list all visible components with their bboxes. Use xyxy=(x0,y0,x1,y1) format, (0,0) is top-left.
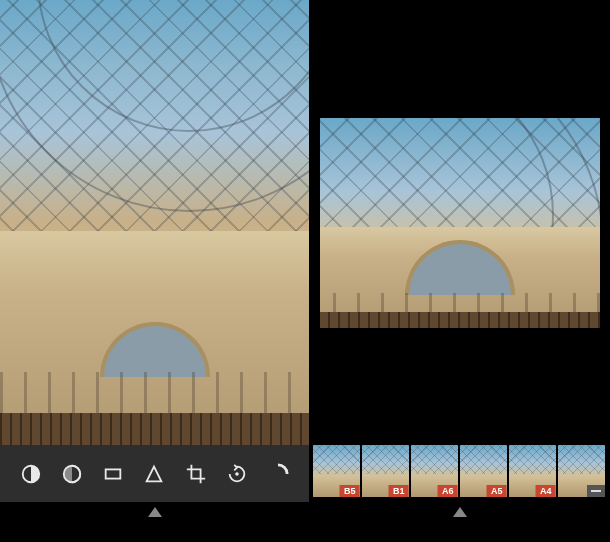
filter-a5[interactable]: A5 xyxy=(460,445,507,497)
crop-rect-icon[interactable] xyxy=(99,460,127,488)
svg-point-3 xyxy=(235,472,239,476)
edit-toolbar xyxy=(0,445,309,502)
triangle-up-icon xyxy=(148,507,162,517)
filter-strip[interactable]: B5 B1 A6 A5 A4 xyxy=(309,445,610,502)
curves-icon[interactable] xyxy=(264,460,292,488)
filter-label: A6 xyxy=(438,485,458,497)
main-image-preview[interactable] xyxy=(0,0,309,445)
filter-page-indicator xyxy=(309,502,610,542)
filter-a6[interactable]: A6 xyxy=(411,445,458,497)
rotate-icon[interactable] xyxy=(223,460,251,488)
main-editor-panel xyxy=(0,0,309,542)
filter-label: A5 xyxy=(487,485,507,497)
filter-a4[interactable]: A4 xyxy=(509,445,556,497)
filter-b1[interactable]: B1 xyxy=(362,445,409,497)
contrast-icon[interactable] xyxy=(58,460,86,488)
preview-image[interactable] xyxy=(320,118,600,328)
filter-label: A4 xyxy=(536,485,556,497)
filter-b5[interactable]: B5 xyxy=(313,445,360,497)
svg-rect-2 xyxy=(106,469,121,478)
side-panel: B5 B1 A6 A5 A4 xyxy=(309,0,610,542)
crop-icon[interactable] xyxy=(182,460,210,488)
svg-point-4 xyxy=(267,463,289,485)
minus-icon xyxy=(587,485,605,497)
triangle-up-icon xyxy=(453,507,467,517)
toolbar-page-indicator xyxy=(0,507,309,527)
sharpen-icon[interactable] xyxy=(140,460,168,488)
preview-container xyxy=(309,0,610,445)
filter-label: B5 xyxy=(340,485,360,497)
filter-label: B1 xyxy=(389,485,409,497)
filter-none[interactable] xyxy=(558,445,605,497)
brightness-icon[interactable] xyxy=(17,460,45,488)
